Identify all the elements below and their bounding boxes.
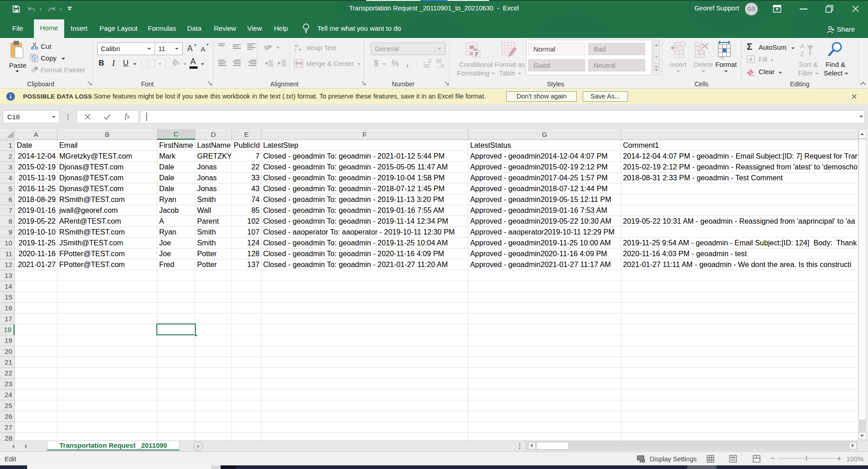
svg-text:Z: Z <box>800 50 804 57</box>
svg-text:A: A <box>800 42 805 50</box>
svg-text:c: c <box>294 47 297 52</box>
